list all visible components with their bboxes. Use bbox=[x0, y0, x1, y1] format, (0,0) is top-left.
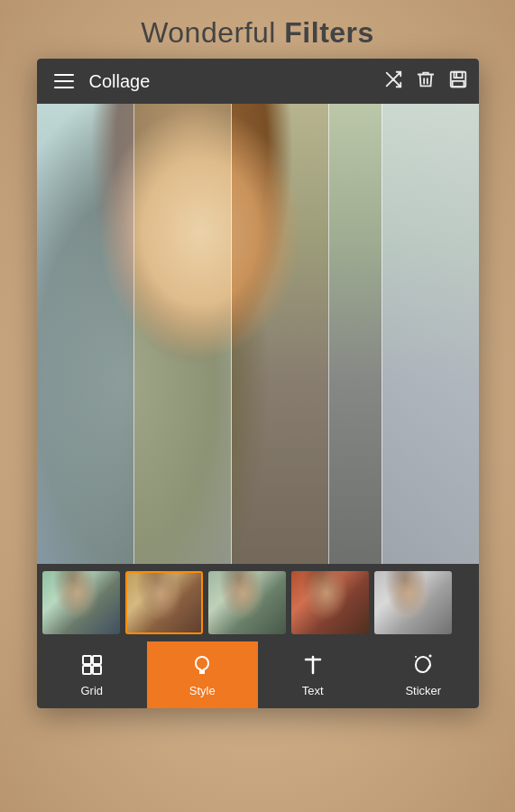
style-label: Style bbox=[189, 684, 216, 697]
text-icon bbox=[301, 653, 325, 680]
grid-label: Grid bbox=[80, 684, 103, 697]
shuffle-icon[interactable] bbox=[383, 69, 403, 94]
text-svg bbox=[301, 653, 325, 677]
text-label: Text bbox=[302, 684, 324, 697]
svg-rect-2 bbox=[452, 80, 464, 86]
toolbar-actions bbox=[383, 69, 468, 94]
thumbnail-4[interactable] bbox=[291, 571, 369, 634]
title-bold: Filters bbox=[284, 16, 374, 49]
thumbnail-2[interactable] bbox=[125, 571, 203, 634]
delete-svg bbox=[416, 69, 436, 89]
page-title: Wonderful Filters bbox=[0, 0, 515, 59]
main-image-area bbox=[37, 104, 479, 564]
svg-rect-1 bbox=[454, 71, 462, 77]
bottom-nav: Grid Style Text bbox=[37, 641, 479, 708]
save-icon[interactable] bbox=[448, 69, 468, 94]
svg-rect-5 bbox=[93, 656, 101, 664]
nav-item-sticker[interactable]: Sticker bbox=[368, 641, 479, 708]
toolbar: Collage bbox=[37, 59, 479, 104]
sticker-icon bbox=[411, 653, 435, 680]
menu-button[interactable] bbox=[48, 65, 80, 97]
sticker-svg bbox=[411, 653, 435, 677]
svg-rect-7 bbox=[93, 666, 101, 674]
grid-svg bbox=[80, 653, 104, 677]
title-normal: Wonderful bbox=[141, 16, 284, 49]
style-icon bbox=[190, 653, 214, 680]
thumbnail-3[interactable] bbox=[208, 571, 286, 634]
app-container: Collage bbox=[37, 59, 479, 708]
thumbnail-1[interactable] bbox=[42, 571, 120, 634]
save-svg bbox=[448, 69, 468, 89]
svg-rect-4 bbox=[83, 656, 91, 664]
svg-rect-6 bbox=[83, 666, 91, 674]
menu-line-2 bbox=[54, 80, 74, 82]
grid-icon bbox=[80, 653, 104, 680]
thumbnail-5[interactable] bbox=[374, 571, 452, 634]
toolbar-title: Collage bbox=[89, 71, 383, 92]
filter-overlay bbox=[37, 104, 479, 564]
style-svg bbox=[190, 653, 214, 677]
menu-line-1 bbox=[54, 74, 74, 76]
menu-line-3 bbox=[54, 87, 74, 88]
delete-icon[interactable] bbox=[416, 69, 436, 94]
thumbnail-strip bbox=[37, 564, 479, 641]
nav-item-text[interactable]: Text bbox=[258, 641, 369, 708]
nav-item-style[interactable]: Style bbox=[147, 641, 258, 708]
shuffle-svg bbox=[383, 69, 403, 89]
nav-item-grid[interactable]: Grid bbox=[37, 641, 148, 708]
sticker-label: Sticker bbox=[405, 684, 441, 697]
